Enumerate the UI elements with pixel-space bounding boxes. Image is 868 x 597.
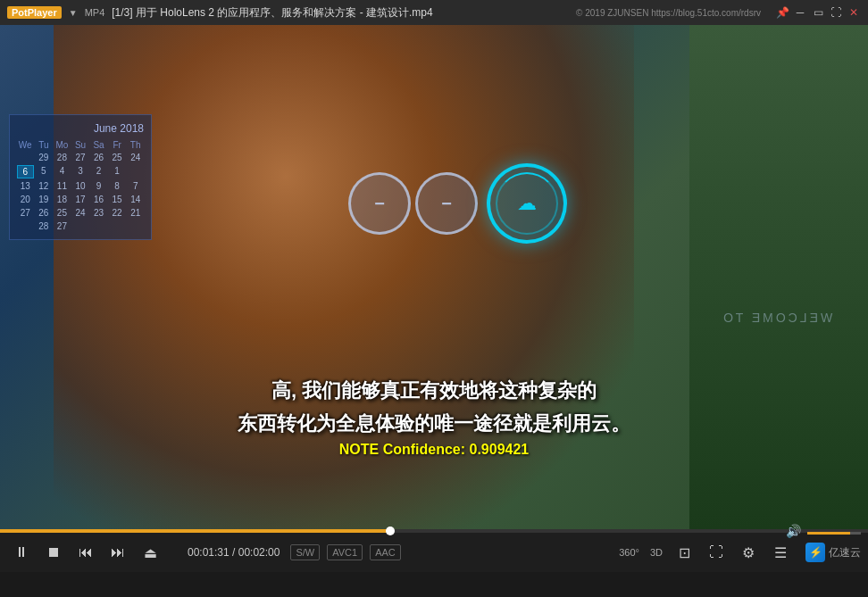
cal-day: 16 (90, 194, 107, 205)
cal-day: 25 (109, 152, 126, 163)
cal-day (17, 220, 34, 232)
hud-circle-cloud: ☁ (487, 163, 567, 244)
calendar-month: June 2018 (17, 122, 144, 135)
cal-day (127, 165, 144, 178)
format-label: MP4 (85, 7, 105, 18)
calendar-overlay: June 2018 We Tu Mo Su Sa Fr Th 29 28 27 … (9, 114, 152, 240)
cal-day (17, 152, 34, 163)
cal-day: 22 (109, 207, 126, 219)
yisu-text: 亿速云 (829, 545, 861, 560)
cal-day: 11 (54, 180, 71, 192)
cal-header: Sa (90, 140, 107, 150)
label-360[interactable]: 360° (619, 547, 639, 558)
cal-day: 20 (17, 194, 34, 205)
hud-circle-minus-2: − (415, 172, 478, 235)
cal-day: 26 (90, 152, 107, 163)
cloud-icon: ☁ (517, 192, 537, 215)
calendar-grid: We Tu Mo Su Sa Fr Th 29 28 27 26 25 24 6… (17, 140, 144, 232)
cal-day: 10 (72, 180, 89, 192)
cal-day: 8 (109, 180, 126, 192)
cal-day (109, 220, 126, 232)
cal-day: 24 (72, 207, 89, 219)
cal-day: 9 (90, 180, 107, 192)
cal-day: 7 (127, 180, 144, 192)
cal-day: 1 (109, 165, 126, 178)
ratio-button[interactable]: ⊡ (670, 538, 698, 567)
cal-day: 23 (90, 207, 107, 219)
menu-button[interactable]: ☰ (766, 538, 795, 567)
play-pause-button[interactable]: ⏸ (7, 538, 36, 567)
cal-day: 27 (54, 220, 71, 232)
sw-tag[interactable]: S/W (290, 544, 320, 560)
cal-day: 24 (127, 152, 144, 163)
cal-day (90, 220, 107, 232)
cal-day: 5 (36, 165, 53, 178)
close-button[interactable]: ✕ (847, 5, 861, 20)
aac-tag[interactable]: AAC (370, 544, 401, 560)
fullscreen-button[interactable]: ⛶ (829, 5, 843, 20)
controls-bar: ⏸ ⏹ ⏮ ⏭ ⏏ 00:01:31 / 00:02:00 S/W AVC1 A… (0, 533, 868, 572)
minus-icon: − (374, 194, 385, 214)
cal-day: 26 (36, 207, 53, 219)
video-area[interactable]: June 2018 We Tu Mo Su Sa Fr Th 29 28 27 … (0, 25, 868, 529)
cal-day: 4 (54, 165, 71, 178)
next-button[interactable]: ⏭ (104, 538, 132, 567)
cal-day: 28 (36, 220, 53, 232)
cal-day: 28 (54, 152, 71, 163)
cal-day: 14 (127, 194, 144, 205)
cal-day: 13 (17, 180, 34, 192)
cal-day: 18 (54, 194, 71, 205)
minus-icon-2: − (441, 194, 452, 214)
subtitle-line1: 高, 我们能够真正有效地将这种复杂的 (18, 376, 850, 405)
copyright-text: © 2019 ZJUNSEN https://blog.51cto.com/rd… (576, 8, 761, 18)
subtitle-note: NOTE Confidence: 0.909421 (18, 442, 850, 458)
cal-header: Mo (54, 140, 71, 150)
cal-day-highlight: 6 (17, 165, 34, 178)
cal-day: 2 (90, 165, 107, 178)
welcome-text: WELCOME TO (721, 311, 832, 325)
cal-day: 19 (36, 194, 53, 205)
progress-fill (0, 529, 390, 533)
cal-day: 3 (72, 165, 89, 178)
label-3d[interactable]: 3D (650, 547, 663, 558)
cal-header: Fr (109, 140, 126, 150)
cal-day (72, 220, 89, 232)
video-title: [1/3] 用于 HoloLens 2 的应用程序、服务和解决方案 - 建筑设计… (112, 5, 569, 21)
progress-bar[interactable]: 🔊 (0, 529, 868, 533)
cal-day: 17 (72, 194, 89, 205)
title-bar: PotPlayer ▼ MP4 [1/3] 用于 HoloLens 2 的应用程… (0, 0, 868, 25)
yisu-icon: ⚡ (805, 543, 825, 562)
dropdown-arrow[interactable]: ▼ (69, 8, 78, 18)
cal-day (127, 220, 144, 232)
settings-button[interactable]: ⚙ (734, 538, 763, 567)
volume-bar-right: 🔊 (786, 524, 861, 538)
window-controls: 📌 ─ ▭ ⛶ ✕ (775, 5, 861, 20)
app-logo[interactable]: PotPlayer (7, 6, 62, 19)
yisu-logo[interactable]: ⚡ 亿速云 (805, 543, 861, 562)
progress-handle[interactable] (386, 527, 395, 535)
cal-day: 15 (109, 194, 126, 205)
avc1-tag[interactable]: AVC1 (327, 544, 363, 560)
stop-button[interactable]: ⏹ (39, 538, 68, 567)
cal-day: 29 (36, 152, 53, 163)
cal-day: 12 (36, 180, 53, 192)
restore-button[interactable]: ▭ (811, 5, 825, 20)
cal-day: 27 (72, 152, 89, 163)
cal-day: 25 (54, 207, 71, 219)
subtitle-line2: 东西转化为全息体验的唯一途径就是利用云。 (18, 409, 850, 438)
prev-button[interactable]: ⏮ (71, 538, 100, 567)
fullscreen-button[interactable]: ⛶ (702, 538, 730, 567)
cal-header: Th (127, 140, 144, 150)
cal-day: 27 (17, 207, 34, 219)
cal-header: Tu (36, 140, 53, 150)
cal-header: We (17, 140, 34, 150)
cal-header: Su (72, 140, 89, 150)
hud-circle-minus-1: − (348, 172, 411, 235)
minimize-button[interactable]: ─ (793, 5, 807, 20)
eject-button[interactable]: ⏏ (136, 538, 164, 567)
cal-day: 21 (127, 207, 144, 219)
subtitle-container: 高, 我们能够真正有效地将这种复杂的 东西转化为全息体验的唯一途径就是利用云。 … (0, 376, 868, 458)
pin-button[interactable]: 📌 (775, 5, 789, 20)
time-current: 00:01:31 / 00:02:00 (188, 546, 280, 559)
